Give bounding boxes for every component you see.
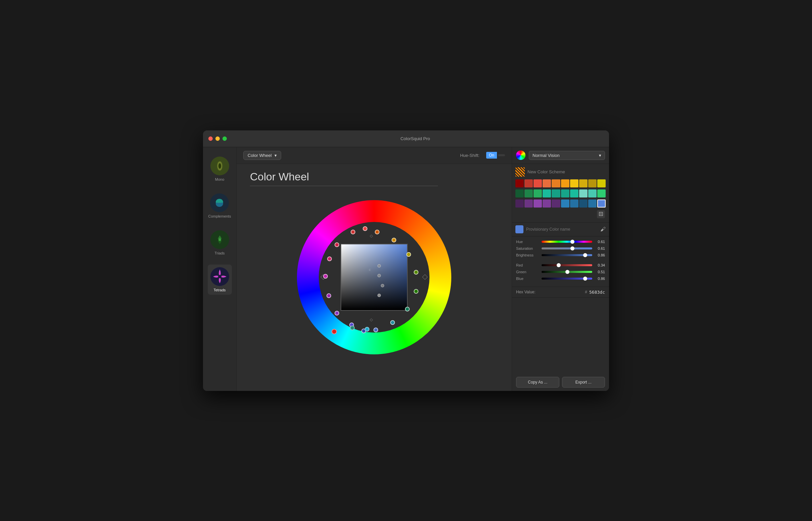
export-button[interactable]: Export ... xyxy=(562,377,605,388)
palette-cell[interactable] xyxy=(579,200,587,207)
red-label: Red xyxy=(516,263,539,267)
arrow-right-icon[interactable]: ◇ xyxy=(422,272,428,281)
hue-value: 0.61 xyxy=(594,240,605,244)
hex-hash: # xyxy=(585,290,587,294)
palette-cell[interactable] xyxy=(579,179,587,187)
red-row: Red 0.34 xyxy=(516,263,605,267)
toggle-off-label xyxy=(498,154,505,156)
arrow-down-icon[interactable]: ⬦ xyxy=(369,315,373,323)
tetrads-icon xyxy=(210,267,229,286)
palette-cell[interactable] xyxy=(525,179,533,187)
brightness-thumb[interactable] xyxy=(583,253,587,257)
palette-cell[interactable] xyxy=(552,179,560,187)
palette-cell[interactable] xyxy=(542,189,551,198)
wheel-dot-teal[interactable] xyxy=(405,307,410,312)
palette-cell[interactable] xyxy=(525,200,533,207)
wheel-dot-magenta-2[interactable] xyxy=(323,274,328,279)
hex-value[interactable]: 5683dc xyxy=(589,290,605,295)
wheel-dot-red-1[interactable] xyxy=(351,230,355,234)
palette-cell[interactable] xyxy=(552,200,560,207)
palette-cell[interactable] xyxy=(597,189,606,198)
sidebar-item-tetrads[interactable]: Tetrads xyxy=(208,265,232,295)
copy-as-button[interactable]: Copy As ... xyxy=(516,377,559,388)
wheel-dot-bottom-teal[interactable] xyxy=(350,325,355,330)
hue-thumb[interactable] xyxy=(571,240,574,244)
arrow-up-icon[interactable]: ⬦ xyxy=(369,231,373,240)
palette-cell[interactable] xyxy=(570,189,578,198)
maximize-button[interactable] xyxy=(222,136,227,141)
add-palette-button[interactable]: ⚄ xyxy=(597,210,605,218)
palette-cell[interactable] xyxy=(588,179,597,187)
brightness-slider[interactable] xyxy=(541,254,592,256)
wheel-dot-amber[interactable] xyxy=(391,238,396,242)
palette-cell[interactable] xyxy=(515,179,524,187)
wheel-dot-lime[interactable] xyxy=(414,270,419,275)
color-wheel-container[interactable]: ⬦ ⬦ ◇ ◇ + c xyxy=(297,200,451,354)
vision-dropdown[interactable]: Normal Vision ▾ xyxy=(529,151,605,160)
wheel-dot-bottom-cyan[interactable] xyxy=(365,327,369,332)
palette-cell[interactable] xyxy=(534,189,542,198)
green-thumb[interactable] xyxy=(565,270,570,274)
wheel-dot-crimson[interactable] xyxy=(327,256,332,261)
palette-cell[interactable] xyxy=(597,179,606,187)
complements-icon xyxy=(210,194,229,212)
traffic-lights xyxy=(208,136,227,141)
red-slider[interactable] xyxy=(541,264,592,266)
wheel-dot-blue[interactable] xyxy=(373,327,378,332)
wheel-dot-cyan[interactable] xyxy=(390,320,395,325)
palette-cell[interactable] xyxy=(561,189,570,198)
color-name-input[interactable] xyxy=(526,227,598,232)
sidebar-item-complements[interactable]: Complements xyxy=(206,191,234,221)
palette-cell[interactable] xyxy=(534,179,542,187)
sidebar-item-triads[interactable]: Triads xyxy=(208,228,232,258)
palette-cell[interactable] xyxy=(570,179,578,187)
eyedropper-icon[interactable]: 🖌 xyxy=(600,226,606,232)
palette-cell[interactable] xyxy=(561,179,570,187)
wheel-dot-yellow[interactable] xyxy=(406,252,411,257)
color-scheme-section: New Color Scheme xyxy=(512,164,609,223)
wheel-dot-bottom-red[interactable] xyxy=(332,329,337,334)
hex-row: Hex Value: # 5683dc xyxy=(512,287,609,298)
hue-row: Hue 0.61 xyxy=(516,240,605,244)
center-area: Color Wheel ▾ Hue-Shift: On Color Wheel xyxy=(237,147,512,391)
color-preview-small xyxy=(515,225,523,233)
red-thumb[interactable] xyxy=(557,263,561,267)
window-title: ColorSquid Pro xyxy=(227,136,604,141)
palette-cell[interactable] xyxy=(542,179,551,187)
palette-cell[interactable] xyxy=(588,200,597,207)
minimize-button[interactable] xyxy=(215,136,220,141)
color-picker-square[interactable]: c xyxy=(341,244,408,311)
wheel-dot-orange[interactable] xyxy=(375,230,380,234)
palette-cell[interactable] xyxy=(570,200,578,207)
color-name-row: 🖌 xyxy=(512,223,609,236)
wheel-dot-rose[interactable] xyxy=(335,242,339,247)
mono-icon xyxy=(210,157,229,175)
saturation-slider[interactable] xyxy=(541,247,592,249)
wheel-dot-purple[interactable] xyxy=(335,311,339,316)
palette-cell[interactable] xyxy=(515,189,524,198)
palette-cell[interactable] xyxy=(525,189,533,198)
palette-cell[interactable] xyxy=(561,200,570,207)
mode-label: Color Wheel xyxy=(248,153,272,158)
palette-cell[interactable] xyxy=(579,189,587,198)
palette-cell[interactable] xyxy=(534,200,542,207)
close-button[interactable] xyxy=(208,136,213,141)
wheel-dot-green[interactable] xyxy=(414,289,419,294)
blue-slider[interactable] xyxy=(541,278,592,279)
hatch-icon xyxy=(515,167,525,177)
green-slider[interactable] xyxy=(541,271,592,273)
palette-cell[interactable] xyxy=(542,200,551,207)
wheel-dot-magenta-1[interactable] xyxy=(326,293,331,298)
palette-cell-selected[interactable] xyxy=(597,200,606,207)
hue-shift-toggle[interactable]: On xyxy=(486,152,505,159)
palette-cell[interactable] xyxy=(588,189,597,198)
svg-point-2 xyxy=(218,239,221,241)
sidebar-item-mono[interactable]: Mono xyxy=(208,154,232,184)
palette-cell[interactable] xyxy=(515,200,524,207)
wheel-dot-red-2[interactable] xyxy=(363,226,367,231)
hue-slider[interactable] xyxy=(541,241,592,243)
blue-thumb[interactable] xyxy=(583,277,587,280)
saturation-thumb[interactable] xyxy=(571,246,574,250)
palette-cell[interactable] xyxy=(552,189,560,198)
mode-dropdown[interactable]: Color Wheel ▾ xyxy=(243,151,281,160)
